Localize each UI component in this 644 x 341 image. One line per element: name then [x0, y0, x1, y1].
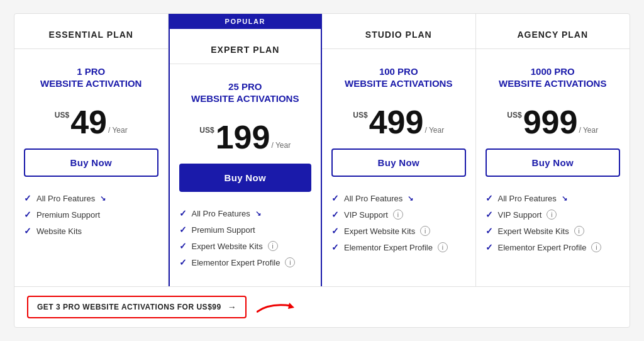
- feature-item: ✓ Expert Website Kits i: [486, 226, 621, 236]
- feature-link[interactable]: ↘: [408, 194, 413, 203]
- price-number: 499: [369, 106, 424, 138]
- red-arrow-indicator: [257, 296, 294, 318]
- check-icon: ✓: [331, 193, 339, 203]
- feature-item: ✓ All Pro Features ↘: [179, 208, 312, 218]
- feature-label: All Pro Features: [192, 209, 250, 218]
- promo-box[interactable]: GET 3 PRO WEBSITE ACTIVATIONS FOR US$99 …: [27, 296, 247, 318]
- features-list-expert: ✓ All Pro Features ↘ ✓ Premium Support ✓…: [170, 202, 321, 286]
- promo-arrow-icon: →: [228, 302, 237, 312]
- feature-item: ✓ Elementor Expert Profile i: [331, 242, 466, 252]
- plan-activations-studio: 100 PROWEBSITE ACTIVATIONS: [322, 49, 475, 99]
- info-icon[interactable]: i: [393, 210, 403, 220]
- feature-label: Expert Website Kits: [192, 242, 263, 251]
- price-currency: US$: [199, 126, 214, 135]
- features-list-agency: ✓ All Pro Features ↘ ✓ VIP Support i ✓ E…: [476, 187, 630, 271]
- buy-button-agency[interactable]: Buy Now: [486, 148, 621, 177]
- feature-item: ✓ Expert Website Kits i: [179, 241, 312, 251]
- feature-label: All Pro Features: [344, 194, 402, 203]
- feature-item: ✓ Premium Support: [179, 225, 312, 235]
- check-icon: ✓: [331, 210, 339, 220]
- price-period: / Year: [425, 126, 444, 135]
- price-number: 199: [216, 121, 270, 154]
- feature-label: All Pro Features: [36, 194, 95, 203]
- check-icon: ✓: [179, 241, 187, 251]
- feature-link[interactable]: ↘: [255, 210, 261, 218]
- feature-link[interactable]: ↘: [562, 194, 567, 203]
- price-number: 49: [70, 106, 107, 138]
- feature-item: ✓ Elementor Expert Profile i: [179, 257, 312, 267]
- features-list-studio: ✓ All Pro Features ↘ ✓ VIP Support i ✓ E…: [322, 187, 475, 271]
- plan-col-agency: AGENCY PLAN1000 PROWEBSITE ACTIVATIONS U…: [476, 14, 630, 286]
- plan-activations-essential: 1 PROWEBSITE ACTIVATION: [14, 49, 168, 99]
- check-icon: ✓: [331, 226, 339, 236]
- plan-header-studio: STUDIO PLAN: [322, 14, 475, 49]
- feature-label: VIP Support: [344, 210, 388, 220]
- check-icon: ✓: [179, 208, 187, 218]
- feature-item: ✓ Website Kits: [24, 226, 158, 236]
- feature-link[interactable]: ↘: [100, 194, 106, 203]
- feature-item: ✓ VIP Support i: [486, 210, 621, 220]
- plan-activations-expert: 25 PROWEBSITE ACTIVATIONS: [170, 64, 321, 115]
- feature-label: Elementor Expert Profile: [192, 258, 280, 267]
- check-icon: ✓: [486, 242, 493, 252]
- buy-button-essential[interactable]: Buy Now: [24, 148, 158, 177]
- plan-header-essential: ESSENTIAL PLAN: [14, 14, 168, 49]
- plan-col-essential: ESSENTIAL PLAN1 PROWEBSITE ACTIVATION US…: [14, 14, 169, 286]
- info-icon[interactable]: i: [268, 241, 278, 251]
- check-icon: ✓: [179, 225, 187, 235]
- features-list-essential: ✓ All Pro Features ↘ ✓ Premium Support ✓…: [14, 187, 168, 255]
- feature-label: VIP Support: [498, 210, 542, 220]
- feature-label: Premium Support: [192, 225, 255, 235]
- info-icon[interactable]: i: [574, 226, 584, 236]
- feature-item: ✓ All Pro Features ↘: [331, 193, 466, 203]
- pricing-wrapper: ESSENTIAL PLAN1 PROWEBSITE ACTIVATION US…: [14, 13, 630, 328]
- info-icon[interactable]: i: [420, 226, 430, 236]
- price-currency: US$: [507, 111, 521, 120]
- check-icon: ✓: [24, 210, 31, 220]
- feature-label: Premium Support: [36, 210, 100, 220]
- feature-label: All Pro Features: [498, 194, 557, 203]
- popular-badge: POPULAR: [170, 14, 321, 29]
- feature-item: ✓ VIP Support i: [331, 210, 466, 220]
- price-currency: US$: [55, 111, 69, 120]
- info-icon[interactable]: i: [438, 242, 448, 252]
- feature-label: Expert Website Kits: [498, 226, 569, 236]
- check-icon: ✓: [486, 226, 493, 236]
- price-currency: US$: [353, 111, 367, 120]
- buy-button-expert[interactable]: Buy Now: [179, 164, 312, 192]
- info-icon[interactable]: i: [591, 242, 601, 252]
- check-icon: ✓: [24, 226, 31, 236]
- buy-button-studio[interactable]: Buy Now: [331, 148, 466, 177]
- price-period: / Year: [579, 126, 598, 135]
- price-period: / Year: [271, 141, 291, 150]
- plan-col-expert: POPULAREXPERT PLAN25 PROWEBSITE ACTIVATI…: [169, 14, 323, 286]
- promo-text: GET 3 PRO WEBSITE ACTIVATIONS FOR US$99: [37, 303, 221, 311]
- price-period: / Year: [108, 126, 128, 135]
- plan-price-agency: US$ 999 / Year: [476, 99, 630, 148]
- feature-item: ✓ All Pro Features ↘: [486, 193, 621, 203]
- plan-col-studio: STUDIO PLAN100 PROWEBSITE ACTIVATIONS US…: [322, 14, 476, 286]
- check-icon: ✓: [486, 210, 493, 220]
- check-icon: ✓: [179, 257, 187, 267]
- footer-row: GET 3 PRO WEBSITE ACTIVATIONS FOR US$99 …: [14, 287, 630, 327]
- plans-grid: ESSENTIAL PLAN1 PROWEBSITE ACTIVATION US…: [14, 14, 630, 287]
- red-arrow-svg: [257, 296, 294, 315]
- feature-item: ✓ Premium Support: [24, 210, 158, 220]
- feature-label: Elementor Expert Profile: [344, 243, 433, 252]
- check-icon: ✓: [486, 193, 493, 203]
- plan-header-agency: AGENCY PLAN: [476, 14, 630, 49]
- svg-marker-0: [288, 303, 294, 309]
- check-icon: ✓: [24, 193, 31, 203]
- plan-price-essential: US$ 49 / Year: [14, 99, 168, 148]
- plan-activations-agency: 1000 PROWEBSITE ACTIVATIONS: [476, 49, 630, 99]
- feature-item: ✓ Expert Website Kits i: [331, 226, 466, 236]
- check-icon: ✓: [331, 242, 339, 252]
- plan-header-expert: EXPERT PLAN: [170, 29, 321, 64]
- info-icon[interactable]: i: [547, 210, 557, 220]
- feature-label: Website Kits: [36, 226, 82, 236]
- feature-item: ✓ All Pro Features ↘: [24, 193, 158, 203]
- price-number: 999: [523, 106, 578, 138]
- feature-label: Expert Website Kits: [344, 226, 415, 236]
- info-icon[interactable]: i: [285, 257, 295, 267]
- plan-price-expert: US$ 199 / Year: [170, 115, 321, 164]
